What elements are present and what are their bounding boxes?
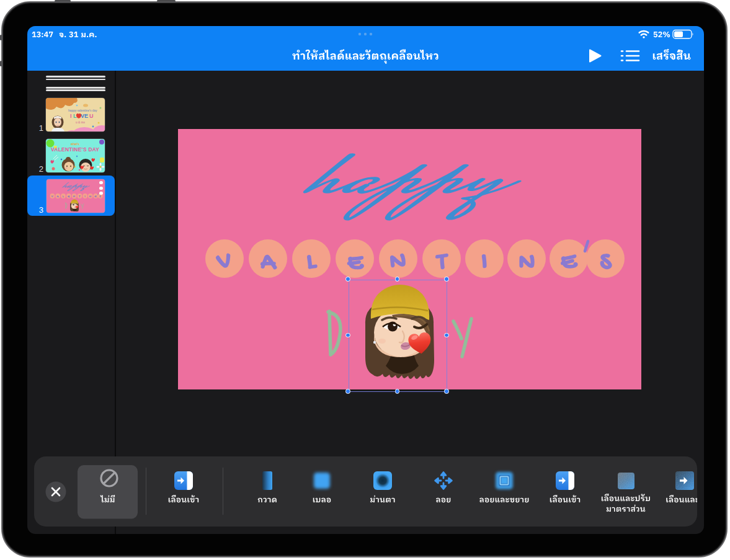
svg-text:VE: VE bbox=[81, 113, 88, 119]
svg-text:VALENTINE'S DAY: VALENTINE'S DAY bbox=[51, 146, 99, 153]
svg-text:U: U bbox=[89, 113, 94, 119]
svg-text:I: I bbox=[70, 113, 72, 119]
svg-text:u & me: u & me bbox=[76, 121, 86, 124]
svg-text:what's: what's bbox=[70, 143, 79, 146]
svg-text:happy valentine's day: happy valentine's day bbox=[68, 109, 97, 112]
